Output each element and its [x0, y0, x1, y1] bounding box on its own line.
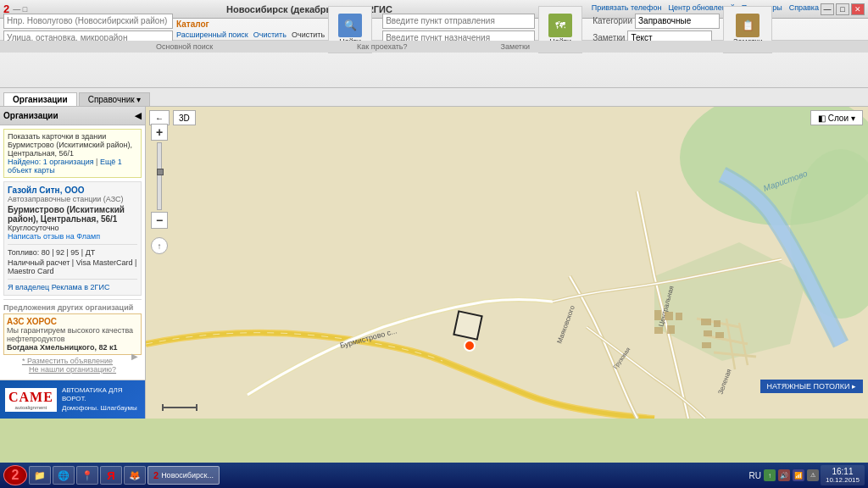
taskbar-app5[interactable]: 🦊 — [124, 466, 146, 485]
map-3d-btn[interactable]: 3D — [173, 110, 196, 125]
svg-rect-17 — [676, 313, 682, 320]
clear-text: Очистить — [292, 30, 325, 39]
bottom-right-banner[interactable]: НАТЯЖНЫЕ ПОТОЛКИ ▸ — [760, 380, 863, 393]
suggest-org-desc: Мы гарантируем высокого качества нефтепр… — [7, 326, 138, 343]
chevron-right-icon: ▶ — [131, 352, 138, 361]
owner-link[interactable]: Я владелец Реклама в 2ГИС — [8, 283, 109, 291]
section3-label: Заметки — [501, 42, 530, 51]
zoom-bar[interactable] — [157, 142, 162, 210]
tabs-row: Организации Справочник ▾ — [0, 88, 868, 107]
org-name[interactable]: Газойл Ситн, ООО — [8, 186, 137, 195]
clock-time: 16:11 — [826, 467, 860, 476]
svg-rect-25 — [453, 311, 481, 339]
svg-rect-18 — [654, 327, 663, 334]
ad-line1: АВТОМАТИКА ДЛЯ ВОРОТ. — [62, 386, 140, 404]
suggest-title: Предложения других организаций — [3, 303, 142, 312]
svg-rect-16 — [665, 312, 673, 320]
panel-header: Организации ◀ — [0, 107, 145, 125]
svg-rect-24 — [702, 342, 711, 348]
show-card-text: Показать карточки в здании Бурмистрово (… — [8, 132, 132, 158]
tray-icon-4: ⚠ — [807, 469, 819, 481]
tab-organizations[interactable]: Организации — [3, 92, 77, 106]
map-area[interactable]: Бурмистрово с... Маяковского Центральная… — [146, 107, 868, 419]
window-controls-left: — □ — [13, 5, 27, 14]
svg-rect-23 — [715, 332, 724, 338]
tray-icon-1: ↑ — [764, 469, 776, 481]
section1-label: Основной поиск — [156, 42, 213, 51]
clear-search-link[interactable]: Очистить — [253, 30, 287, 39]
svg-rect-21 — [714, 320, 721, 327]
toolbar-section-labels: Основной поиск Как проехать? Заметки — [0, 41, 868, 53]
section2-label: Как проехать? — [357, 42, 407, 51]
main-area: Организации ◀ Показать карточки в здании… — [0, 107, 868, 419]
panel-collapse-icon[interactable]: ◀ — [135, 111, 142, 120]
maximize-button[interactable]: □ — [836, 3, 849, 15]
svg-rect-19 — [667, 325, 675, 334]
layers-button[interactable]: ◧ Слои ▾ — [810, 110, 863, 125]
place-ad-link[interactable]: * Разместить объявление — [3, 357, 142, 365]
ie-icon: 🌐 — [58, 470, 70, 481]
payment-types: Наличный расчет | Visa MasterCard | Maes… — [8, 258, 137, 275]
yandex-icon: Я — [107, 469, 114, 482]
org-card: Газойл Ситн, ООО Автозаправочные станции… — [3, 181, 142, 296]
org-hours: Круглосуточно — [8, 224, 137, 232]
taskbar-2gis[interactable]: 2 Новосибирск... — [147, 466, 220, 485]
advanced-search-link[interactable]: Расширенный поиск — [176, 30, 248, 39]
app5-icon: 🦊 — [129, 470, 141, 481]
suggest-org-addr: Богдана Хмельницкого, 82 к1 — [7, 343, 138, 352]
zoom-out-button[interactable]: − — [151, 212, 168, 229]
zoom-thumb[interactable] — [157, 169, 164, 175]
no-org-link[interactable]: Не нашли организацию? — [3, 365, 142, 374]
taskbar-ie[interactable]: 🌐 — [53, 466, 75, 485]
start-icon: 2 — [12, 468, 19, 483]
toolbar: Каталог Расширенный поиск Очистить Очист… — [0, 19, 868, 88]
bottom-ad-banner[interactable]: CAME autoalignment АВТОМАТИКА ДЛЯ ВОРОТ.… — [0, 380, 145, 419]
route-start-input[interactable] — [382, 14, 535, 29]
org-type: Автозаправочные станции (АЗС) — [8, 195, 137, 203]
came-text: CAME — [8, 390, 53, 405]
layers-chevron-icon: ▾ — [851, 114, 855, 123]
toolbar-top: Каталог Расширенный поиск Очистить Очист… — [0, 19, 868, 41]
map-controls: + − ↑ — [151, 124, 168, 254]
find-icon: 🔍 — [338, 14, 362, 37]
start-button[interactable]: 2 — [3, 465, 27, 485]
suggest-card[interactable]: АЗС ХОРОС Мы гарантируем высокого качест… — [3, 313, 142, 355]
2gis-icon: 2 — [153, 470, 159, 480]
left-panel: Организации ◀ Показать карточки в здании… — [0, 107, 146, 419]
taskbar-tray: RU ↑ 🔊 📶 ⚠ — [749, 469, 819, 481]
catalog-link[interactable]: Каталог — [176, 19, 209, 29]
show-card-notice[interactable]: Показать карточки в здании Бурмистрово (… — [3, 129, 142, 178]
org-address: Бурмистрово (Искитимский район), Централ… — [8, 205, 137, 224]
category-input[interactable] — [635, 14, 720, 29]
taskbar-app-label: Новосибирск... — [161, 471, 214, 480]
bottom-right-text: НАТЯЖНЫЕ ПОТОЛКИ ▸ — [767, 382, 856, 391]
svg-rect-15 — [654, 310, 661, 320]
tray-lang[interactable]: RU — [749, 471, 761, 480]
org-actions: Я владелец Реклама в 2ГИС — [8, 283, 137, 291]
panel-title: Организации — [3, 111, 58, 120]
minimize-button[interactable]: — — [821, 3, 834, 15]
search-input-main[interactable] — [3, 14, 173, 29]
taskbar-maps[interactable]: 📍 — [76, 466, 98, 485]
taskbar-clock[interactable]: 16:11 10.12.2015 — [821, 465, 865, 485]
svg-rect-22 — [704, 330, 712, 336]
clock-date: 10.12.2015 — [826, 476, 860, 484]
map-nav-button[interactable]: ↑ — [151, 237, 168, 254]
org-review-link[interactable]: Написать отзыв на Фламп — [8, 232, 137, 241]
map-svg: Бурмистрово с... Маяковского Центральная… — [146, 107, 868, 419]
maps-icon: 📍 — [81, 470, 93, 481]
taskbar-explorer[interactable]: 📁 — [29, 466, 51, 485]
came-sub: autoalignment — [15, 405, 47, 410]
tray-icon-3: 📶 — [793, 469, 804, 481]
zoom-in-button[interactable]: + — [151, 124, 168, 141]
explorer-icon: 📁 — [34, 470, 46, 481]
found-count[interactable]: Найдено: 1 организация — [8, 158, 94, 166]
layers-icon: ◧ — [818, 114, 826, 123]
link-help[interactable]: Справка — [789, 3, 819, 15]
fuel-types: Топливо: 80 | 92 | 95 | ДТ — [8, 248, 137, 257]
taskbar-yandex[interactable]: Я — [100, 466, 122, 485]
tab-directory[interactable]: Справочник ▾ — [79, 92, 151, 106]
svg-rect-20 — [701, 319, 711, 325]
close-button[interactable]: ✕ — [851, 3, 865, 15]
suggest-org-name: АЗС ХОРОС — [7, 317, 138, 326]
